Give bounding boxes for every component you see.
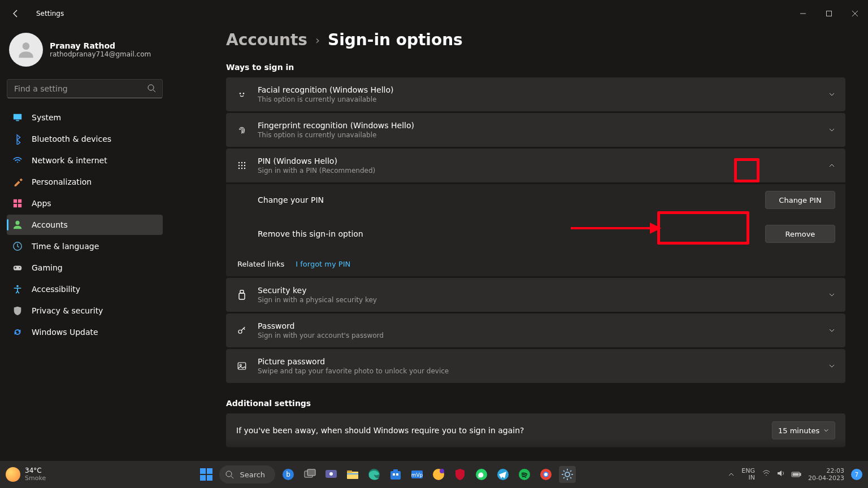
change-pin-button[interactable]: Change PIN xyxy=(765,191,835,209)
picture-icon xyxy=(236,361,248,371)
apps-icon xyxy=(12,198,23,208)
signin-subtitle: Sign in with your account's password xyxy=(258,332,818,339)
titlebar: Settings xyxy=(0,0,868,27)
sidebar-item-bluetooth-devices[interactable]: Bluetooth & devices xyxy=(7,129,163,149)
svg-rect-66 xyxy=(800,473,801,476)
signin-facial[interactable]: Facial recognition (Windows Hello) This … xyxy=(226,77,845,111)
taskbar-app-explorer[interactable] xyxy=(344,466,361,483)
svg-text:mVp: mVp xyxy=(411,472,423,478)
sidebar-item-network-internet[interactable]: Network & internet xyxy=(7,150,163,171)
notification-badge[interactable]: 7 xyxy=(851,469,862,480)
sidebar-item-label: Time & language xyxy=(32,242,99,251)
remove-pin-label: Remove this sign-in option xyxy=(258,229,363,238)
weather-icon xyxy=(6,467,20,482)
breadcrumb-parent[interactable]: Accounts xyxy=(226,30,307,49)
taskbar-app-taskview[interactable] xyxy=(301,466,318,483)
minimize-button[interactable] xyxy=(790,5,816,23)
svg-rect-47 xyxy=(347,470,352,473)
sidebar-item-gaming[interactable]: Gaming xyxy=(7,258,163,278)
clock-icon xyxy=(12,241,23,251)
taskbar-app-mcafee[interactable] xyxy=(452,466,468,483)
remove-pin-button[interactable]: Remove xyxy=(765,225,835,243)
weather-widget[interactable]: 34°C Smoke xyxy=(6,467,46,482)
display-icon xyxy=(12,112,23,123)
chevron-down-icon[interactable] xyxy=(828,89,835,100)
sidebar-item-system[interactable]: System xyxy=(7,107,163,128)
taskbar: 34°C Smoke Search b mVp ENG IN xyxy=(0,461,868,488)
sidebar-item-windows-update[interactable]: Windows Update xyxy=(7,322,163,342)
svg-point-24 xyxy=(238,168,240,169)
face-icon xyxy=(236,89,248,99)
volume-icon[interactable] xyxy=(776,469,785,480)
svg-text:b: b xyxy=(286,470,290,478)
sidebar-item-personalization[interactable]: Personalization xyxy=(7,172,163,192)
svg-rect-52 xyxy=(393,473,395,476)
chevron-down-icon[interactable] xyxy=(828,290,835,300)
chevron-up-icon[interactable] xyxy=(828,160,835,171)
key-icon xyxy=(236,325,248,336)
sidebar-item-accessibility[interactable]: Accessibility xyxy=(7,279,163,299)
signin-security-key[interactable]: Security key Sign in with a physical sec… xyxy=(226,278,845,312)
svg-point-16 xyxy=(240,93,241,94)
taskbar-app-settings[interactable] xyxy=(559,466,576,483)
start-button[interactable] xyxy=(198,466,215,483)
chevron-down-icon[interactable] xyxy=(828,125,835,136)
sidebar-item-label: Privacy & security xyxy=(32,306,103,315)
pin-grid-icon xyxy=(236,161,248,170)
chevron-right-icon: › xyxy=(315,33,320,47)
svg-rect-34 xyxy=(200,468,206,474)
clock[interactable]: 22:03 20-04-2023 xyxy=(808,467,844,482)
signin-password[interactable]: Password Sign in with your account's pas… xyxy=(226,313,845,347)
taskbar-app-whatsapp[interactable] xyxy=(473,466,490,483)
language-indicator[interactable]: ENG IN xyxy=(741,468,755,481)
taskbar-app-2[interactable] xyxy=(430,466,447,483)
taskbar-app-spotify[interactable] xyxy=(516,466,533,483)
forgot-pin-link[interactable]: I forgot my PIN xyxy=(296,260,350,268)
sidebar-item-label: Accounts xyxy=(32,220,68,229)
sidebar-item-apps[interactable]: Apps xyxy=(7,193,163,213)
change-pin-label: Change your PIN xyxy=(258,195,324,204)
sidebar-item-label: Network & internet xyxy=(32,156,107,165)
away-timeout-select[interactable]: 15 minutes xyxy=(772,421,835,439)
taskbar-app-chat[interactable] xyxy=(323,466,340,483)
change-pin-row: Change your PIN Change PIN xyxy=(226,184,845,216)
weather-cond: Smoke xyxy=(25,474,46,482)
tray-overflow[interactable] xyxy=(728,471,735,478)
sidebar-item-label: Apps xyxy=(32,199,51,208)
signin-subtitle: This option is currently unavailable xyxy=(258,95,818,103)
close-button[interactable] xyxy=(842,5,868,23)
wifi-icon[interactable] xyxy=(762,469,771,480)
signin-picture-password[interactable]: Picture password Swipe and tap your favo… xyxy=(226,349,845,383)
taskbar-search[interactable]: Search xyxy=(219,465,275,483)
chevron-down-icon[interactable] xyxy=(828,361,835,372)
taskbar-app-chrome[interactable] xyxy=(537,466,554,483)
taskbar-app-telegram[interactable] xyxy=(494,466,511,483)
taskbar-search-label: Search xyxy=(240,470,265,479)
taskbar-app-store[interactable] xyxy=(387,466,404,483)
chevron-down-icon[interactable] xyxy=(828,325,835,336)
maximize-button[interactable] xyxy=(816,5,842,23)
svg-rect-35 xyxy=(207,468,212,474)
signin-title: Picture password xyxy=(258,357,818,366)
sidebar-item-label: Accessibility xyxy=(32,285,80,294)
remove-pin-row: Remove this sign-in option Remove xyxy=(226,216,845,252)
sidebar-item-privacy-security[interactable]: Privacy & security xyxy=(7,300,163,321)
signin-pin[interactable]: PIN (Windows Hello) Sign in with a PIN (… xyxy=(226,149,845,182)
search-input[interactable] xyxy=(7,79,163,98)
away-timeout-row: If you've been away, when should Windows… xyxy=(226,413,845,447)
related-links-row: Related links I forgot my PIN xyxy=(226,252,845,276)
taskbar-app-copilot[interactable]: b xyxy=(280,466,297,483)
svg-point-26 xyxy=(244,168,245,169)
taskbar-app-1[interactable]: mVp xyxy=(409,466,426,483)
user-account-row[interactable]: Pranay Rathod rathodpranay714@gmail.com xyxy=(7,30,163,72)
signin-title: Fingerprint recognition (Windows Hello) xyxy=(258,121,818,130)
signin-fingerprint[interactable]: Fingerprint recognition (Windows Hello) … xyxy=(226,113,845,147)
svg-point-63 xyxy=(544,473,548,476)
sidebar-item-accounts[interactable]: Accounts xyxy=(7,215,163,235)
back-button[interactable] xyxy=(5,2,27,25)
sidebar-item-time-language[interactable]: Time & language xyxy=(7,236,163,256)
taskbar-app-edge[interactable] xyxy=(366,466,383,483)
battery-icon[interactable] xyxy=(791,469,801,480)
usb-key-icon xyxy=(236,290,248,300)
svg-rect-67 xyxy=(793,473,798,476)
